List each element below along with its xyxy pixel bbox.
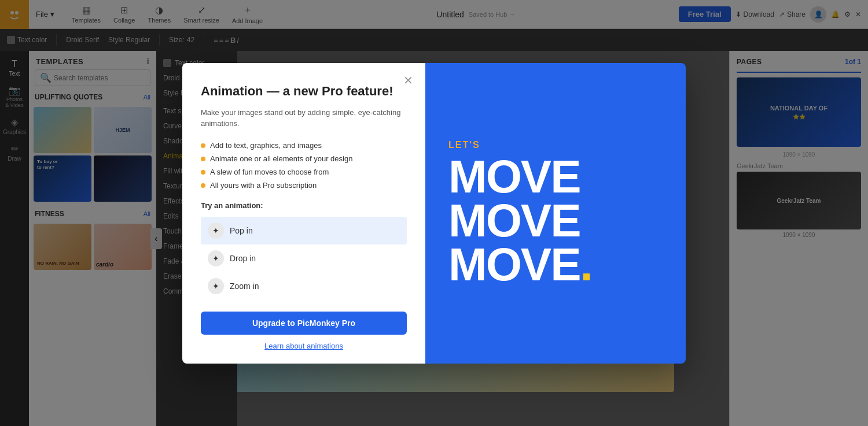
feature-dot-2 [201, 157, 205, 161]
feature-dot-3 [201, 170, 205, 175]
modal-title: Animation — a new Pro feature! [201, 84, 407, 99]
pop-in-icon: ✦ [208, 223, 224, 239]
feature-item-2: Animate one or all elements of your desi… [201, 154, 407, 163]
learn-animations-link[interactable]: Learn about animations [201, 342, 407, 350]
feature-item-4: All yours with a Pro subscription [201, 181, 407, 190]
animation-option-pop-in[interactable]: ✦ Pop in [201, 217, 407, 245]
feature-item-3: A slew of fun moves to choose from [201, 168, 407, 176]
feature-dot-4 [201, 183, 205, 188]
modal-overlay[interactable]: ✕ Animation — a new Pro feature! Make yo… [0, 0, 868, 426]
feature-list: Add to text, graphics, and images Animat… [201, 141, 407, 190]
modal-left: ✕ Animation — a new Pro feature! Make yo… [182, 63, 425, 364]
zoom-in-icon: ✦ [208, 278, 224, 294]
modal-right: LET'S MOVE MOVE MOVE. [425, 63, 686, 364]
modal-move-text: MOVE MOVE MOVE. [448, 155, 592, 287]
feature-item-1: Add to text, graphics, and images [201, 141, 407, 150]
modal-close-button[interactable]: ✕ [400, 72, 416, 88]
drop-in-icon: ✦ [208, 250, 224, 266]
modal-lets-text: LET'S [448, 140, 480, 150]
upgrade-button[interactable]: Upgrade to PicMonkey Pro [201, 312, 407, 335]
animation-option-zoom-in[interactable]: ✦ Zoom in [201, 272, 407, 300]
animation-modal: ✕ Animation — a new Pro feature! Make yo… [182, 63, 686, 364]
animation-option-drop-in[interactable]: ✦ Drop in [201, 245, 407, 272]
modal-subtitle: Make your images stand out by adding sim… [201, 107, 407, 129]
feature-dot-1 [201, 143, 205, 148]
try-animation-label: Try an animation: [201, 201, 407, 210]
animation-options: ✦ Pop in ✦ Drop in ✦ Zoom in [201, 217, 407, 300]
move-dot: . [580, 239, 592, 290]
